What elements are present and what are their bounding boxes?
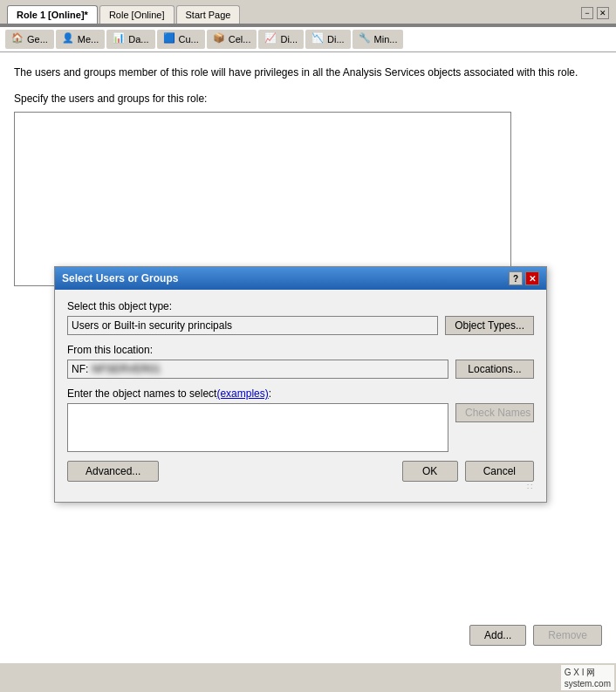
ok-button[interactable]: OK xyxy=(402,461,458,482)
dialog-close-button[interactable]: ✕ xyxy=(525,271,539,285)
watermark-line2: system.com xyxy=(565,679,611,689)
toolbar-btn-cu[interactable]: 🟦 Cu... xyxy=(157,30,205,49)
close-button[interactable]: ✕ xyxy=(597,7,609,19)
locations-button[interactable]: Locations... xyxy=(455,360,534,379)
location-row: From this location: NF: NFSERVER01 Locat… xyxy=(67,344,534,379)
tab-bar: Role 1 [Online]* Role [Online] Start Pag… xyxy=(0,0,616,24)
location-value: NF: NFSERVER01 xyxy=(67,360,448,379)
add-button[interactable]: Add... xyxy=(469,625,526,646)
object-type-input[interactable] xyxy=(67,316,438,335)
location-label: From this location: xyxy=(67,344,534,356)
users-list-box xyxy=(14,112,511,286)
description-text: The users and groups member of this role… xyxy=(14,65,602,80)
min-icon: 🔧 xyxy=(359,32,373,46)
toolbar: 🏠 Ge... 👤 Me... 📊 Da... 🟦 Cu... 📦 Cel...… xyxy=(0,25,616,52)
object-types-button[interactable]: Object Types... xyxy=(445,316,534,335)
di1-icon: 📈 xyxy=(264,32,278,46)
toolbar-btn-cel[interactable]: 📦 Cel... xyxy=(207,30,257,49)
object-type-label: Select this object type: xyxy=(67,300,534,312)
names-row: Enter the object names to select(example… xyxy=(67,387,534,452)
watermark: G X I 网 system.com xyxy=(561,665,614,690)
dialog-bottom-right: OK Cancel xyxy=(402,461,534,482)
object-type-input-row: Object Types... xyxy=(67,316,534,335)
toolbar-btn-ge[interactable]: 🏠 Ge... xyxy=(5,30,54,49)
dialog-bottom: Advanced... OK Cancel xyxy=(67,461,534,482)
tab-close-area: − ✕ xyxy=(581,7,609,19)
check-names-button[interactable]: Check Names xyxy=(455,403,534,422)
section-label: Specify the users and groups for this ro… xyxy=(14,92,602,105)
window-frame: Role 1 [Online]* Role [Online] Start Pag… xyxy=(0,0,616,692)
cancel-button[interactable]: Cancel xyxy=(465,461,534,482)
dialog-help-button[interactable]: ? xyxy=(509,271,523,285)
object-type-row: Select this object type: Object Types... xyxy=(67,300,534,335)
action-buttons: Add... Remove xyxy=(469,625,602,646)
select-users-dialog: Select Users or Groups ? ✕ Select this o… xyxy=(54,266,547,503)
dialog-title-buttons: ? ✕ xyxy=(509,271,539,285)
dialog-title: Select Users or Groups xyxy=(62,272,178,284)
cel-icon: 📦 xyxy=(213,32,227,46)
tab-role-online[interactable]: Role [Online] xyxy=(99,5,175,24)
dialog-body: Select this object type: Object Types...… xyxy=(55,290,546,502)
di2-icon: 📉 xyxy=(311,32,325,46)
me-icon: 👤 xyxy=(62,32,76,46)
toolbar-btn-di1[interactable]: 📈 Di... xyxy=(258,30,304,49)
minimize-button[interactable]: − xyxy=(581,7,593,19)
names-label: Enter the object names to select(example… xyxy=(67,387,534,400)
toolbar-btn-me[interactable]: 👤 Me... xyxy=(56,30,105,49)
toolbar-btn-da[interactable]: 📊 Da... xyxy=(106,30,154,49)
toolbar-btn-min[interactable]: 🔧 Min... xyxy=(352,30,404,49)
ge-icon: 🏠 xyxy=(11,32,25,46)
remove-button[interactable]: Remove xyxy=(533,625,602,646)
advanced-button[interactable]: Advanced... xyxy=(67,461,159,482)
names-input-row: Check Names xyxy=(67,403,534,452)
cu-icon: 🟦 xyxy=(163,32,177,46)
dialog-grip: ∷ xyxy=(67,482,534,491)
tab-start-page[interactable]: Start Page xyxy=(176,5,241,24)
main-content: The users and groups member of this role… xyxy=(0,52,616,663)
tab-role1-online[interactable]: Role 1 [Online]* xyxy=(7,5,98,24)
watermark-line1: G X I 网 xyxy=(565,667,611,679)
names-textarea[interactable] xyxy=(67,403,448,452)
examples-link[interactable]: (examples) xyxy=(216,387,268,400)
da-icon: 📊 xyxy=(113,32,127,46)
toolbar-btn-di2[interactable]: 📉 Di... xyxy=(305,30,351,49)
dialog-titlebar: Select Users or Groups ? ✕ xyxy=(55,267,546,290)
location-input-row: NF: NFSERVER01 Locations... xyxy=(67,360,534,379)
